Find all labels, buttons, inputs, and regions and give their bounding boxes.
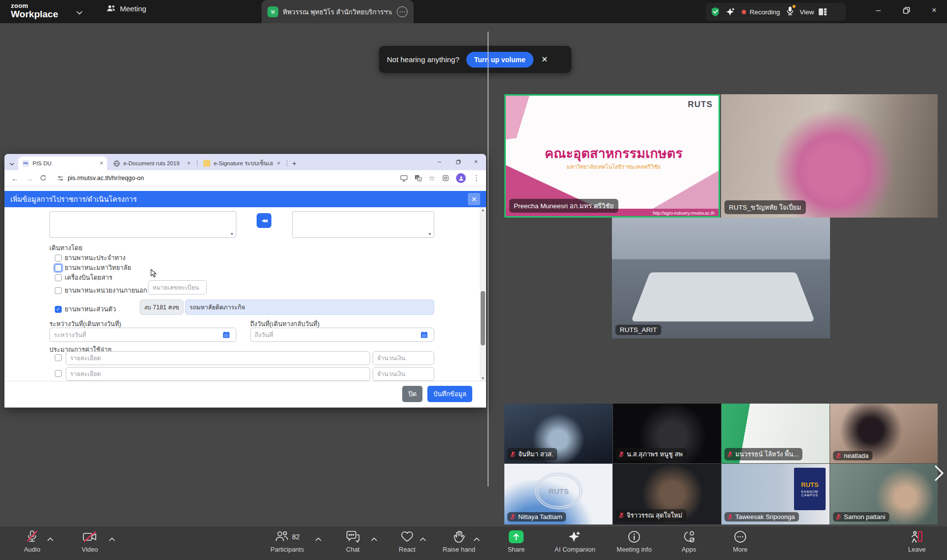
expense-checkbox-1[interactable] [55,354,62,361]
modal-close-button[interactable]: ✕ [468,193,480,205]
external-vehicle-plate-input[interactable] [148,280,207,295]
checkbox-row-external-vehicle[interactable]: ยานพาหนะหน่วยงานภายนอก [55,285,147,296]
browser-tab-edocument[interactable]: e-Document ruts 2019 × [110,156,194,170]
reload-icon[interactable] [40,174,46,183]
site-settings-icon[interactable] [57,176,64,181]
calendar-icon[interactable] [420,331,428,338]
checkbox-label: ยานพาหนะหน่วยงานภายนอก [65,285,147,296]
install-icon[interactable] [400,175,408,182]
checkbox-row-university-vehicle[interactable]: ยานพาหนะมหาวิทยาลัย [55,262,131,273]
gallery-next-page-button[interactable] [934,465,945,484]
tab-close-icon[interactable]: × [277,160,280,167]
share-button[interactable]: Share [489,529,543,553]
participants-chevron[interactable] [315,534,321,543]
video-tile-kwanhatai[interactable]: RUTS_ขวัญหทัย ใจเปี่ยม [721,94,938,218]
leave-button[interactable]: Leave [890,529,944,553]
expense-amount-input-2[interactable] [373,367,434,381]
tab-search-chevron-icon[interactable] [9,159,14,168]
private-vehicle-note-input[interactable] [185,299,434,315]
video-tile-jirawan[interactable]: จิราวรรณ สุดใจใหม่ [613,464,721,524]
session-more-icon[interactable]: ⋯ [397,6,408,17]
browser-tab-esignature[interactable]: e-Signature ระบบเซ็นเอกสารอิเล็ก... × [199,156,284,170]
video-tile-taweesak[interactable]: RUTS KHANOM CAMPUS Taweesak Sripoonga [721,464,830,524]
back-icon[interactable]: ← [11,174,19,183]
modal-scrollbar[interactable]: ▲ ▼ [480,207,486,381]
muted-mic-icon [510,514,516,521]
participants-button[interactable]: 82 Participants [260,529,314,553]
tab-session[interactable]: ท ทิพวรรณ พุทธวิโร สำนักวิทยบริการฯ's ⋯ [262,0,414,23]
translate-icon[interactable]: อ A [415,175,422,182]
checkbox-icon[interactable] [55,264,62,271]
calendar-icon[interactable] [223,331,230,338]
active-speaker-mic[interactable] [786,6,794,18]
checkbox-row-airplane[interactable]: เครื่องบินโดยสาร [55,272,113,283]
window-restore-button[interactable] [903,7,910,15]
more-button[interactable]: More [713,529,767,553]
date-to-input[interactable] [250,328,434,342]
meeting-room-table [631,272,815,322]
react-button[interactable]: React [380,529,434,553]
expense-amount-input-1[interactable] [373,351,434,365]
source-listbox[interactable]: ▼ [49,211,236,238]
turn-up-volume-button[interactable]: Turn up volume [466,52,533,68]
window-minimize-button[interactable]: – [876,6,880,14]
browser-close-button[interactable]: × [474,158,478,165]
checkbox-icon[interactable] [55,274,62,281]
apps-button[interactable]: Apps [662,529,716,553]
expense-checkbox-2[interactable] [55,370,62,377]
audio-options-chevron[interactable] [47,534,53,543]
checkbox-icon[interactable] [55,255,62,261]
video-tile-nittaya[interactable]: RUTS Nittaya Tadtiam [504,464,612,524]
checkbox-icon[interactable] [55,287,62,294]
meeting-info-button[interactable]: Meeting info [607,529,661,553]
chat-chevron[interactable] [371,534,377,543]
security-shield-icon[interactable] [711,7,720,17]
video-tile-monwat[interactable]: มนวรรธน์ โล้หวัง พื้น... [721,404,830,463]
bookmark-star-icon[interactable]: ☆ [429,174,435,183]
scroll-down-icon[interactable]: ▼ [481,376,485,380]
scroll-up-icon[interactable]: ▲ [481,208,485,212]
checkbox-row-regular-vehicle[interactable]: ยานพาหนะประจำทาง [55,253,125,263]
expense-detail-input-1[interactable] [66,351,370,365]
view-button[interactable]: View [800,8,827,16]
browser-restore-button[interactable] [456,159,461,166]
video-tile-preecha[interactable]: RUTS คณะอุตสาหกรรมเกษตร มหาวิทยาลัยเทคโน… [504,94,720,218]
video-tile-supaporn[interactable]: น.ส.สุภาพร หนูชู สพ [613,404,721,463]
url-field[interactable]: pis.rmutsv.ac.th/hr/reqgo-on [57,175,144,182]
ai-sparkle-icon[interactable] [726,7,736,17]
video-options-chevron[interactable] [109,534,115,543]
profile-avatar[interactable] [456,173,466,183]
video-tile-janthima[interactable]: จันทิมา สวส. [504,404,612,463]
tab-meeting[interactable]: Meeting [106,4,146,13]
esignature-favicon [203,160,210,167]
video-tile-neatlada[interactable]: neatlada [830,404,938,463]
ai-companion-button[interactable]: AI Companion [548,529,602,553]
move-left-button[interactable]: ◀◀ [257,213,271,228]
modal-save-button[interactable]: บันทึกข้อมูล [427,386,472,402]
tab-close-icon[interactable]: × [100,160,103,167]
toast-close-icon[interactable]: ✕ [541,55,548,64]
recording-indicator[interactable]: Recording [742,8,780,16]
window-close-button[interactable]: × [932,6,937,14]
private-vehicle-budget-input[interactable] [140,299,184,315]
modal-close-action-button[interactable]: ปิด [402,386,422,402]
checkbox-row-private-vehicle[interactable]: ✓ ยานพาหนะส่วนตัว [55,304,116,314]
date-from-input[interactable] [49,328,236,342]
extensions-icon[interactable] [442,175,449,182]
scrollbar-thumb[interactable] [481,291,485,345]
workspace-chevron-down-icon[interactable] [76,8,82,17]
expense-detail-input-2[interactable] [66,367,370,381]
target-listbox[interactable]: ▼ [292,211,434,238]
tab-close-icon[interactable]: × [187,160,190,167]
video-tile-samon[interactable]: Samon pattani [830,464,938,524]
forward-icon[interactable]: → [26,174,33,183]
browser-menu-icon[interactable]: ⋮ [473,174,480,183]
raise-hand-chevron[interactable] [474,534,480,543]
participant-name-label: จันทิมา สวส. [507,448,557,460]
new-tab-button[interactable]: + [292,159,297,167]
browser-tab-pis-du[interactable]: PIS PIS DU × [18,156,107,170]
video-tile-arit[interactable]: RUTS_ARIT [612,218,830,338]
checkbox-checked-icon[interactable]: ✓ [55,306,62,313]
browser-minimize-button[interactable]: – [438,158,441,165]
react-chevron[interactable] [420,534,426,543]
